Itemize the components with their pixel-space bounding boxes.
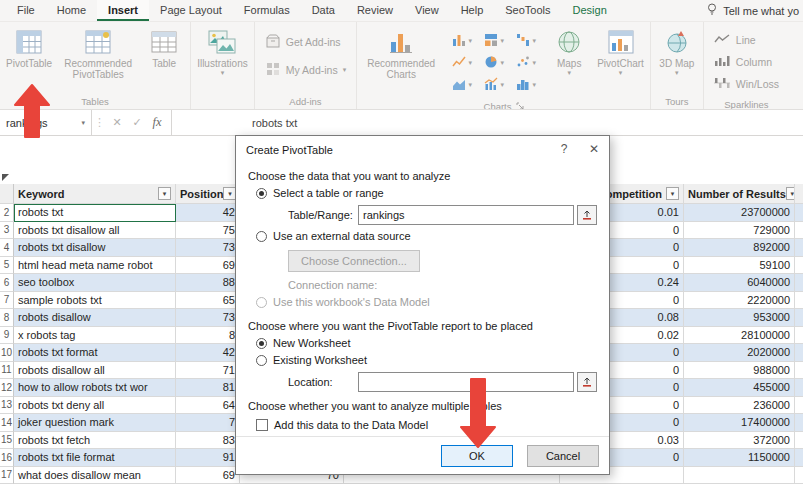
cell-position[interactable]: 64	[176, 397, 240, 415]
radio-new-worksheet[interactable]: New Worksheet	[256, 337, 597, 349]
ribbon-tab[interactable]: Insert	[97, 0, 149, 21]
cell-position[interactable]: 83	[176, 432, 240, 450]
close-icon[interactable]: ✕	[579, 136, 609, 162]
row-number[interactable]: 13	[0, 397, 14, 415]
cell-position[interactable]: 8	[176, 327, 240, 345]
cell-keyword[interactable]: robots txt disallow	[14, 239, 176, 257]
cancel-entry-icon[interactable]: ✕	[107, 116, 127, 129]
cell-position[interactable]: 88	[176, 274, 240, 292]
cell-keyword[interactable]: sample robots txt	[14, 292, 176, 310]
cell-number-of-results[interactable]: 2020000	[684, 344, 795, 362]
cell-number-of-results[interactable]: 17400000	[684, 414, 795, 432]
row-number[interactable]: 14	[0, 414, 14, 432]
radio-external-data-source[interactable]: Use an external data source	[256, 230, 597, 242]
cell-keyword[interactable]: robots txt fetch	[14, 432, 176, 450]
cell-number-of-results[interactable]: 953000	[684, 309, 795, 327]
cell-keyword[interactable]: what does disallow mean	[14, 467, 176, 484]
column-header-keyword[interactable]: Keyword▾	[14, 184, 176, 204]
cell-number-of-results[interactable]: 892000	[684, 239, 795, 257]
ribbon-tab[interactable]: View	[404, 0, 450, 21]
row-number[interactable]: 4	[0, 239, 14, 257]
row-number[interactable]: 12	[0, 379, 14, 397]
pivottable-button[interactable]: PivotTable	[2, 25, 56, 70]
location-picker-button[interactable]	[577, 372, 597, 392]
radio-existing-worksheet[interactable]: Existing Worksheet	[256, 354, 597, 366]
tell-me-box[interactable]: Tell me what yo	[706, 0, 803, 21]
cell-position[interactable]: 81	[176, 379, 240, 397]
cell-position[interactable]: 69	[176, 257, 240, 275]
charts-dialog-launcher-icon[interactable]	[516, 101, 524, 110]
ribbon-tab[interactable]: Design	[562, 0, 618, 21]
cell-number-of-results[interactable]	[684, 467, 795, 484]
table-range-picker-button[interactable]	[577, 205, 597, 225]
choose-connection-button[interactable]: Choose Connection...	[288, 250, 420, 272]
ribbon-tab[interactable]: Home	[46, 0, 97, 21]
column-header-position[interactable]: Position▾	[176, 184, 240, 204]
insert-line-chart-button[interactable]: ▾	[446, 52, 478, 74]
sparkline-winloss-button[interactable]: Win/Loss	[710, 74, 783, 94]
cell-number-of-results[interactable]: 455000	[684, 379, 795, 397]
ribbon-tab[interactable]: SeoTools	[494, 0, 561, 21]
sparkline-line-button[interactable]: Line	[710, 30, 783, 50]
ribbon-tab[interactable]: File	[6, 0, 46, 21]
cell-keyword[interactable]: how to allow robots txt wor	[14, 379, 176, 397]
cell-position[interactable]: 69	[176, 467, 240, 484]
ribbon-tab[interactable]: Page Layout	[149, 0, 233, 21]
cell-keyword[interactable]: robots txt file format	[14, 449, 176, 467]
row-number[interactable]: 6	[0, 274, 14, 292]
row-number[interactable]: 11	[0, 362, 14, 380]
insert-waterfall-chart-button[interactable]: ▾	[510, 30, 542, 52]
filter-dropdown-icon[interactable]: ▾	[158, 187, 171, 200]
radio-select-table-or-range[interactable]: Select a table or range	[256, 187, 597, 199]
cell-keyword[interactable]: robots txt format	[14, 344, 176, 362]
cell-number-of-results[interactable]: 23700000	[684, 204, 795, 222]
row-number[interactable]: 8	[0, 309, 14, 327]
cell-number-of-results[interactable]: 988000	[684, 362, 795, 380]
insert-pie-chart-button[interactable]: ▾	[478, 52, 510, 74]
cell-number-of-results[interactable]: 729000	[684, 222, 795, 240]
filter-dropdown-icon[interactable]: ▾	[666, 187, 679, 200]
ribbon-tab[interactable]: Review	[346, 0, 404, 21]
insert-combo-chart-button[interactable]: ▾	[478, 74, 510, 96]
row-number[interactable]: 2	[0, 204, 14, 222]
dialog-title-bar[interactable]: Create PivotTable ? ✕	[236, 136, 609, 164]
my-addins-button[interactable]: My Add-ins ▾	[259, 59, 352, 81]
insert-area-chart-button[interactable]: ▾	[446, 74, 478, 96]
formula-bar-resize-handle[interactable]: ⋮	[92, 110, 107, 135]
pivotchart-button[interactable]: PivotChart ▾	[593, 25, 648, 78]
insert-histogram-chart-button[interactable]: ▾	[510, 74, 542, 96]
cell-keyword[interactable]: robots txt	[14, 204, 176, 222]
cell-keyword[interactable]: seo toolbox	[14, 274, 176, 292]
cancel-button[interactable]: Cancel	[527, 445, 599, 467]
cell-position[interactable]: 42	[176, 204, 240, 222]
row-number[interactable]: 16	[0, 449, 14, 467]
column-header-number-of-results[interactable]: Number of Results▾	[684, 184, 795, 204]
cell-number-of-results[interactable]: 2220000	[684, 292, 795, 310]
recommended-pivottables-button[interactable]: Recommended PivotTables	[56, 25, 140, 81]
cell-keyword[interactable]: robots txt deny all	[14, 397, 176, 415]
maps-button[interactable]: Maps ▾	[545, 25, 593, 78]
cell-keyword[interactable]: x robots tag	[14, 327, 176, 345]
cell-keyword[interactable]: html head meta name robot	[14, 257, 176, 275]
cell-position[interactable]: 73	[176, 309, 240, 327]
table-range-input[interactable]: rankings	[358, 205, 574, 225]
insert-scatter-chart-button[interactable]: ▾	[510, 52, 542, 74]
3d-map-button[interactable]: 3D Map ▾	[653, 25, 701, 78]
sparkline-column-button[interactable]: Column	[710, 52, 783, 72]
help-icon[interactable]: ?	[549, 136, 579, 162]
cell-position[interactable]: 75	[176, 222, 240, 240]
cell-number-of-results[interactable]: 59100	[684, 257, 795, 275]
recommended-charts-button[interactable]: Recommended Charts	[359, 25, 443, 81]
formula-input[interactable]: robots txt	[172, 110, 803, 135]
row-number[interactable]: 15	[0, 432, 14, 450]
table-button[interactable]: Table	[140, 25, 188, 70]
cell-keyword[interactable]: robots txt disallow all	[14, 222, 176, 240]
cell-number-of-results[interactable]: 1150000	[684, 449, 795, 467]
cell-position[interactable]: 7	[176, 414, 240, 432]
cell-keyword[interactable]: robots disallow	[14, 309, 176, 327]
cell-position[interactable]: 73	[176, 239, 240, 257]
insert-function-icon[interactable]: fx	[147, 115, 167, 130]
ribbon-tab[interactable]: Data	[301, 0, 346, 21]
row-number[interactable]: 17	[0, 467, 14, 484]
insert-hierarchy-chart-button[interactable]: ▾	[478, 30, 510, 52]
